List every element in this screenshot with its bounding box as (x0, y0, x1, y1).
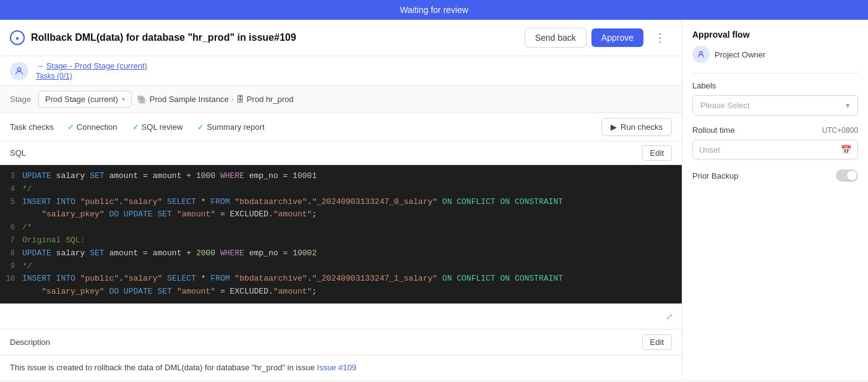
stage-bar: Stage Prod Stage (current) ▾ 🐘 Prod Samp… (0, 86, 682, 113)
stage-link[interactable]: Stage - Prod Stage (current) (46, 61, 147, 70)
rollout-input[interactable]: Unset 📅 (692, 140, 858, 159)
prior-backup-label: Prior Backup (692, 171, 738, 180)
database-instance-icon: 🐘 (137, 95, 147, 104)
line-content: INSERT INTO "public"."salary" SELECT * F… (22, 273, 563, 286)
run-checks-label: Run checks (621, 122, 663, 132)
run-checks-button[interactable]: ▶ Run checks (601, 118, 672, 136)
db-icon: 🗄 (236, 95, 244, 104)
check-pass-icon: ✓ (132, 122, 139, 132)
divider (692, 73, 858, 74)
line-number: 4 (0, 184, 22, 195)
prior-backup-toggle[interactable] (836, 169, 858, 182)
task-checks-bar: Task checks ✓ Connection ✓ SQL review ✓ … (0, 113, 682, 142)
line-number: 5 (0, 197, 22, 208)
rollout-row: Rollout time UTC+0800 (692, 125, 858, 135)
issue-icon: ● (10, 30, 25, 45)
tasks-link[interactable]: Tasks (0/1) (36, 72, 147, 80)
check-sql-review: ✓ SQL review (126, 120, 189, 134)
line-content: */ (22, 183, 32, 196)
sql-section: SQL Edit 3 UPDATE salary SET amount = am… (0, 142, 682, 329)
sql-line-5: 5 INSERT INTO "public"."salary" SELECT *… (0, 196, 682, 209)
line-content: UPDATE salary SET amount = amount + 1000… (22, 170, 317, 183)
description-edit-button[interactable]: Edit (642, 334, 672, 350)
sql-line-3: 3 UPDATE salary SET amount = amount + 10… (0, 170, 682, 183)
page-header: ● Rollback DML(data) for database "hr_pr… (0, 20, 682, 56)
issue-link[interactable]: Issue #109 (317, 363, 356, 372)
stage-label: Stage (10, 95, 31, 104)
arrow-separator-icon: › (231, 95, 234, 104)
line-content: UPDATE salary SET amount = amount + 2000… (22, 247, 317, 260)
line-content: INSERT INTO "public"."salary" SELECT * F… (22, 196, 563, 209)
svg-point-1 (700, 51, 703, 54)
send-back-button[interactable]: Send back (525, 28, 587, 48)
play-icon: ▶ (611, 122, 617, 132)
task-checks-label: Task checks (10, 122, 54, 132)
description-label: Description (10, 337, 50, 347)
approver-name: Project Owner (715, 50, 765, 59)
breadcrumb-row: → Stage - Prod Stage (current) Tasks (0/… (0, 56, 682, 86)
labels-title: Labels (692, 81, 858, 90)
line-content: /* (22, 221, 32, 234)
summary-report-label: Summary report (207, 122, 264, 132)
line-content: Original SQL: (22, 234, 85, 247)
chevron-down-icon: ▾ (122, 96, 125, 103)
approver-avatar (692, 46, 710, 63)
banner-text: Waiting for review (400, 5, 468, 15)
line-content: "salary_pkey" DO UPDATE SET "amount" = E… (22, 286, 317, 299)
sql-line-7: 7 Original SQL: (0, 234, 682, 247)
prior-backup-row: Prior Backup (692, 169, 858, 182)
instance-name: Prod Sample Instance (150, 95, 229, 104)
chevron-down-icon: ▾ (846, 101, 850, 110)
check-pass-icon: ✓ (197, 122, 204, 132)
svg-point-0 (17, 67, 20, 70)
labels-select[interactable]: Please Select ▾ (692, 95, 858, 116)
check-connection: ✓ Connection (61, 120, 124, 134)
stage-value: Prod Stage (current) (45, 95, 118, 104)
sql-line-8: 8 UPDATE salary SET amount = amount + 20… (0, 247, 682, 260)
sql-editor-wrapper: 3 UPDATE salary SET amount = amount + 10… (0, 165, 682, 329)
description-text-before: This issue is created to rollback the da… (10, 363, 317, 372)
header-left: ● Rollback DML(data) for database "hr_pr… (10, 30, 296, 45)
approver-row: Project Owner (692, 46, 858, 63)
db-instance-row: 🐘 Prod Sample Instance › 🗄 Prod hr_prod (137, 95, 294, 104)
line-content: "salary_pkey" DO UPDATE SET "amount" = E… (22, 208, 317, 221)
rollout-placeholder: Unset (699, 145, 720, 155)
line-number: 7 (0, 235, 22, 247)
calendar-icon: 📅 (841, 145, 851, 155)
rollout-title: Rollout time (692, 125, 735, 135)
status-banner: Waiting for review (0, 0, 868, 20)
more-options-button[interactable]: ⋮ (648, 27, 672, 48)
sql-line-9: 9 */ (0, 260, 682, 273)
labels-placeholder: Please Select (700, 101, 750, 110)
sql-editor: 3 UPDATE salary SET amount = amount + 10… (0, 165, 682, 303)
line-number: 6 (0, 222, 22, 234)
right-panel: Approval flow Project Owner Labels Pleas… (682, 20, 868, 380)
sql-line-5b: "salary_pkey" DO UPDATE SET "amount" = E… (0, 208, 682, 221)
approve-button[interactable]: Approve (591, 28, 643, 47)
toggle-knob (847, 171, 857, 180)
sql-header: SQL Edit (0, 142, 682, 165)
sql-review-label: SQL review (142, 122, 183, 132)
arrow-icon: → (36, 61, 46, 70)
stage-select[interactable]: Prod Stage (current) ▾ (38, 91, 132, 108)
breadcrumb-links: → Stage - Prod Stage (current) Tasks (0/… (36, 61, 147, 80)
description-text: This issue is created to rollback the da… (0, 355, 682, 380)
sql-line-10b: "salary_pkey" DO UPDATE SET "amount" = E… (0, 286, 682, 299)
user-avatar (10, 62, 28, 80)
sql-expand-button[interactable]: ⤢ (662, 309, 677, 324)
check-summary-report: ✓ Summary report (191, 120, 270, 134)
check-pass-icon: ✓ (67, 122, 74, 132)
sql-line-4: 4 */ (0, 183, 682, 196)
description-header: Description Edit (0, 329, 682, 355)
page-title: Rollback DML(data) for database "hr_prod… (31, 32, 296, 43)
line-number: 10 (0, 273, 22, 285)
sql-label: SQL (10, 148, 26, 158)
line-number: 9 (0, 261, 22, 273)
line-number: 3 (0, 171, 22, 182)
description-section: Description Edit This issue is created t… (0, 329, 682, 380)
sql-line-6: 6 /* (0, 221, 682, 234)
line-content: */ (22, 260, 32, 273)
header-actions: Send back Approve ⋮ (525, 27, 672, 48)
sql-edit-button[interactable]: Edit (642, 145, 672, 161)
sql-line-10: 10 INSERT INTO "public"."salary" SELECT … (0, 273, 682, 286)
